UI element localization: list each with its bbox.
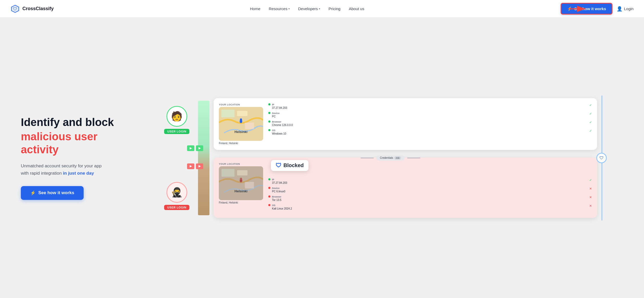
vertical-bar (198, 101, 209, 215)
attacker-map-svg: Helsinki ! (219, 166, 263, 200)
legit-map-section: Your Location Helsinki (219, 103, 263, 145)
legit-browser-dot (268, 121, 270, 123)
resources-chevron-icon: ▾ (288, 7, 290, 10)
nav-pricing[interactable]: Pricing (329, 7, 340, 11)
hero-title-red: malicious user activity (21, 130, 130, 156)
brand-logo-icon: 🛡 (10, 4, 20, 14)
svg-rect-8 (245, 123, 254, 129)
blocked-shield-icon: 🛡 (276, 162, 281, 169)
credentials-pill: Credentials 21k (376, 155, 405, 161)
developers-chevron-icon: ▾ (319, 7, 320, 10)
user-icon: 👤 (617, 6, 622, 12)
hero-lightning-icon: ⚡ (30, 190, 36, 196)
legit-ip-row: IP 37.27.84.203 ✓ (268, 103, 592, 109)
cred-line-right (407, 158, 420, 158)
legit-map-city: Finland, Helsinki (219, 142, 263, 145)
svg-point-11 (240, 118, 242, 121)
nav-links: Home Resources ▾ Developers ▾ Pricing Ab… (250, 7, 364, 11)
attacker-os-dot (268, 204, 270, 206)
attacker-browser-x: ✕ (589, 195, 592, 199)
legit-user-section: 🧑 USER LOGIN (164, 106, 189, 134)
user-person-icon: 🧑 (171, 111, 183, 122)
attacker-ip-check: ✓ (589, 178, 592, 182)
legit-data-rows: IP 37.27.84.203 ✓ Device PC ✓ (268, 103, 592, 145)
blue-circle-icon: 🛡 (596, 153, 607, 163)
flow-arrow-bottom-2: ▶ (196, 163, 203, 169)
attacker-map-city: Finland, Helsinki (219, 201, 263, 204)
attacker-data-rows: IP 37.27.84.203 ✓ Device PC 6.linux0 ✕ (268, 178, 592, 210)
nav-about[interactable]: About us (349, 7, 364, 11)
legit-ip-check: ✓ (589, 103, 592, 107)
legit-info-panel: Your Location Helsinki (214, 98, 597, 150)
blocked-badge: 🛡 Blocked (271, 160, 308, 171)
blocked-section: 🛡 Blocked IP 37.27.84.203 ✓ (268, 163, 592, 213)
legit-device-dot (268, 112, 270, 114)
svg-text:Helsinki: Helsinki (234, 130, 247, 134)
attacker-map-box: Helsinki ! (219, 166, 263, 200)
svg-text:Helsinki: Helsinki (234, 189, 247, 193)
hero-cta-button[interactable]: ⚡ See how it works (21, 186, 84, 200)
legit-map-title: Your Location (219, 103, 263, 106)
legit-browser-row: Browser Chrome 126.0.0.0 ✓ (268, 121, 592, 126)
attacker-map-section: Your Location Helsinki ! (219, 163, 263, 213)
legit-os-dot (268, 129, 270, 131)
credentials-bar: Credentials 21k (361, 155, 420, 161)
flow-arrows-top: ▶ ▶ (187, 145, 203, 151)
attacker-device-x: ✕ (589, 187, 592, 191)
svg-text:🛡: 🛡 (13, 7, 17, 11)
legit-map-box: Helsinki (219, 107, 263, 141)
attacker-os-x: ✕ (589, 204, 592, 208)
hero-title-black: Identify and block (21, 116, 130, 129)
login-button[interactable]: 👤 Login (617, 6, 634, 12)
legit-os-row: OS Windows 10 ✓ (268, 129, 592, 135)
svg-rect-6 (221, 110, 234, 117)
svg-rect-14 (237, 170, 247, 175)
hero-section: Identify and block malicious user activi… (0, 18, 644, 298)
attacker-ip-row: IP 37.27.84.203 ✓ (268, 178, 592, 184)
attacker-device-dot (268, 187, 270, 189)
attacker-info-panel: Your Location Helsinki ! (214, 157, 597, 218)
cred-line-left (361, 158, 374, 158)
attacker-ip-dot (268, 178, 270, 180)
nav-resources[interactable]: Resources ▾ (269, 7, 290, 11)
brand-name: CrossClassify (22, 6, 54, 11)
brand-section: 🛡 CrossClassify (10, 4, 54, 14)
flow-arrow-bottom-1: ▶ (187, 163, 194, 169)
hero-illustration: 🛡 🧑 USER LOGIN ▶ ▶ Your Location (146, 90, 623, 226)
legit-browser-check: ✓ (589, 121, 592, 124)
attacker-device-row: Device PC 6.linux0 ✕ (268, 187, 592, 193)
legit-os-check: ✓ (589, 129, 592, 133)
flow-arrow-1: ▶ (187, 145, 194, 151)
attacker-person-icon: 🥷 (171, 187, 183, 198)
navbar: 🛡 CrossClassify Home Resources ▾ Develop… (0, 0, 644, 18)
svg-rect-13 (221, 169, 234, 177)
attacker-browser-dot (268, 195, 270, 198)
hero-subtitle: Unmatched account security for your app … (21, 162, 130, 176)
nav-home[interactable]: Home (250, 7, 260, 11)
attacker-login-badge: USER LOGIN (164, 205, 189, 210)
legit-user-login-badge: USER LOGIN (164, 129, 189, 134)
attacker-map-title: Your Location (219, 163, 263, 165)
flow-arrow-2: ▶ (196, 145, 203, 151)
legit-ip-dot (268, 103, 270, 105)
navbar-actions: ⚡ See how it works 👤 Login (561, 3, 634, 15)
svg-rect-7 (237, 111, 247, 116)
attacker-user-section: 🥷 USER LOGIN (164, 182, 189, 210)
flow-arrows-bottom: ▶ ▶ (187, 163, 203, 169)
svg-text:!: ! (241, 178, 241, 180)
legit-map-svg: Helsinki (219, 107, 263, 141)
hero-text: Identify and block malicious user activi… (21, 116, 130, 200)
legit-device-row: Device PC ✓ (268, 112, 592, 118)
attacker-user-avatar: 🥷 (166, 182, 187, 203)
nav-developers[interactable]: Developers ▾ (298, 7, 320, 11)
hero-subtitle-link: in just one day (63, 171, 94, 176)
attacker-os-row: OS Kali Linux 2024.2 ✕ (268, 204, 592, 210)
attacker-browser-row: Browser Tor 13.5 ✕ (268, 195, 592, 201)
svg-rect-15 (245, 182, 254, 188)
arrow-indicator-icon (568, 4, 589, 14)
legit-user-avatar: 🧑 (166, 106, 187, 127)
legit-device-check: ✓ (589, 112, 592, 116)
